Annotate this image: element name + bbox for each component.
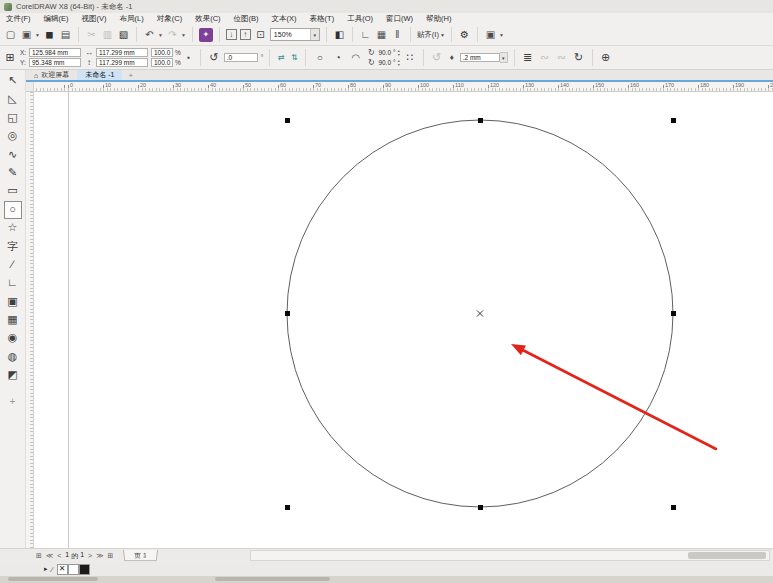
add-page-start-button[interactable]: ⊞ xyxy=(36,552,42,560)
rotation-angle-field[interactable]: .0 xyxy=(224,53,258,62)
search-content-icon[interactable]: ✦ xyxy=(199,28,213,42)
customize-toolbox-button[interactable]: + xyxy=(4,393,22,411)
menu-table[interactable]: 表格(T) xyxy=(310,14,335,24)
menu-text[interactable]: 文本(X) xyxy=(272,14,297,24)
selection-handle[interactable] xyxy=(671,505,676,510)
shape-tool[interactable]: ◺ xyxy=(4,90,22,108)
fullscreen-preview-icon[interactable]: ◧ xyxy=(333,28,346,42)
smart-fill-tool[interactable]: ◩ xyxy=(4,366,22,384)
add-page-end-button[interactable]: ⊞ xyxy=(108,552,114,560)
interactive-fill-tool[interactable]: ◍ xyxy=(4,348,22,366)
mirror-vertical-icon[interactable]: ⇅ xyxy=(289,53,299,62)
sync-icon[interactable]: ↻ xyxy=(572,51,586,64)
outline-width-combo[interactable]: .2 mm ▾ xyxy=(460,52,508,63)
horizontal-scrollbar-thumb[interactable] xyxy=(688,552,766,559)
polygon-tool[interactable]: ☆ xyxy=(4,219,22,237)
menu-effects[interactable]: 效果(C) xyxy=(195,14,220,24)
snap-to-button[interactable]: 贴齐(I)▼ xyxy=(417,30,445,40)
options-gear-icon[interactable]: ⚙ xyxy=(458,28,471,42)
first-page-button[interactable]: ≪ xyxy=(46,552,53,560)
outline-width-field[interactable]: .2 mm xyxy=(460,53,500,62)
menu-bitmaps[interactable]: 位图(B) xyxy=(234,14,259,24)
menu-help[interactable]: 帮助(H) xyxy=(426,14,451,24)
show-guidelines-icon[interactable]: ‖ xyxy=(391,28,404,42)
lock-ratio-icon[interactable]: ▪ xyxy=(184,53,194,62)
wrap-text-icon[interactable]: ≣ xyxy=(521,51,535,64)
show-rulers-icon[interactable]: ∟ xyxy=(359,28,372,42)
new-document-icon[interactable]: ▢ xyxy=(4,28,17,42)
text-tool[interactable]: 字 xyxy=(4,238,22,256)
show-grid-icon[interactable]: ▦ xyxy=(375,28,388,42)
artistic-media-tool[interactable]: ✎ xyxy=(4,164,22,182)
paste-icon[interactable]: ▧ xyxy=(117,28,130,42)
vertical-ruler[interactable] xyxy=(26,92,34,548)
chevron-down-icon[interactable]: ▼ xyxy=(35,32,40,38)
mirror-horizontal-icon[interactable]: ⇄ xyxy=(276,53,286,62)
selection-handle[interactable] xyxy=(285,118,290,123)
ellipse-tool[interactable]: ○ xyxy=(4,201,22,219)
zoom-levels-icon[interactable]: ⊡ xyxy=(254,28,267,42)
selection-handle[interactable] xyxy=(671,311,676,316)
freehand-tool[interactable]: ∿ xyxy=(4,146,22,164)
end-angle-field[interactable]: 90.0 xyxy=(378,59,391,66)
copy-icon[interactable]: ▥ xyxy=(101,28,114,42)
scale-x-field[interactable]: 100.0 xyxy=(151,48,173,57)
open-icon[interactable]: ▣ xyxy=(20,28,33,42)
rectangle-tool[interactable]: ▭ xyxy=(4,182,22,200)
cut-icon[interactable]: ✂ xyxy=(85,28,98,42)
launcher-icon[interactable]: ▣ xyxy=(484,28,497,42)
pick-tool[interactable]: ↖ xyxy=(4,72,22,90)
menu-edit[interactable]: 编辑(E) xyxy=(44,14,69,24)
new-document-tab-button[interactable]: + xyxy=(122,70,139,80)
redo-icon[interactable]: ↷ xyxy=(166,28,179,42)
selection-handle[interactable] xyxy=(285,505,290,510)
print-icon[interactable]: ▤ xyxy=(59,28,72,42)
spinner[interactable]: ▴ ▾ xyxy=(398,49,400,57)
selection-handle[interactable] xyxy=(478,505,483,510)
outline-color-swatch[interactable] xyxy=(79,564,90,575)
menu-object[interactable]: 对象(C) xyxy=(157,14,182,24)
menu-window[interactable]: 窗口(W) xyxy=(386,14,413,24)
menu-tools[interactable]: 工具(O) xyxy=(347,14,373,24)
page-1-tab[interactable]: 页 1 xyxy=(123,550,158,561)
quick-customize-icon[interactable]: ⊕ xyxy=(599,51,613,64)
width-field[interactable]: 117.299 mm xyxy=(96,48,148,57)
chevron-down-icon[interactable]: ▾ xyxy=(310,29,319,40)
fill-none-swatch[interactable]: ✕ xyxy=(57,564,68,575)
spinner[interactable]: ▴ ▾ xyxy=(398,59,400,67)
x-position-field[interactable]: 125.984 mm xyxy=(29,48,81,57)
export-icon[interactable]: ↑ xyxy=(240,29,251,40)
last-page-button[interactable]: ≫ xyxy=(96,552,103,560)
chevron-down-icon[interactable]: ▼ xyxy=(158,32,163,38)
chevron-down-icon[interactable]: ▼ xyxy=(499,32,504,38)
start-angle-field[interactable]: 90.0 xyxy=(378,49,391,56)
spin-down-icon[interactable]: ▾ xyxy=(398,53,400,57)
import-icon[interactable]: ↓ xyxy=(226,29,237,40)
scale-y-field[interactable]: 100.0 xyxy=(151,58,173,67)
horizontal-scrollbar[interactable] xyxy=(250,550,770,561)
crop-tool[interactable]: ◱ xyxy=(4,109,22,127)
zoom-level-combo[interactable]: 150%▾ xyxy=(270,28,320,41)
drop-shadow-tool[interactable]: ▣ xyxy=(4,293,22,311)
connector-tool[interactable]: ∟ xyxy=(4,274,22,292)
chevron-down-icon[interactable]: ▼ xyxy=(181,32,186,38)
color-eyedropper-tool[interactable]: ◉ xyxy=(4,329,22,347)
zoom-tool[interactable]: ◎ xyxy=(4,127,22,145)
selection-handle[interactable] xyxy=(478,118,483,123)
pie-mode-button[interactable]: ◔ xyxy=(330,50,345,66)
menu-file[interactable]: 文件(F) xyxy=(6,14,31,24)
corner-options-icon[interactable]: ∷ xyxy=(403,51,417,64)
ellipse-mode-button[interactable]: ○ xyxy=(312,50,327,66)
save-icon[interactable]: ◼ xyxy=(43,28,56,42)
menu-layout[interactable]: 布局(L) xyxy=(120,14,144,24)
tab-untitled-document[interactable]: 未命名 -1 xyxy=(77,70,122,80)
tab-welcome-screen[interactable]: ⌂ 欢迎屏幕 xyxy=(26,70,77,80)
arc-mode-button[interactable]: ◠ xyxy=(348,50,363,66)
ruler-origin-button[interactable] xyxy=(26,82,34,92)
undo-icon[interactable]: ↶ xyxy=(143,28,156,42)
menu-view[interactable]: 视图(V) xyxy=(82,14,107,24)
next-page-button[interactable]: > xyxy=(88,552,92,560)
selection-handle[interactable] xyxy=(671,118,676,123)
fill-color-swatch[interactable] xyxy=(68,564,79,575)
prev-page-button[interactable]: < xyxy=(57,552,61,560)
